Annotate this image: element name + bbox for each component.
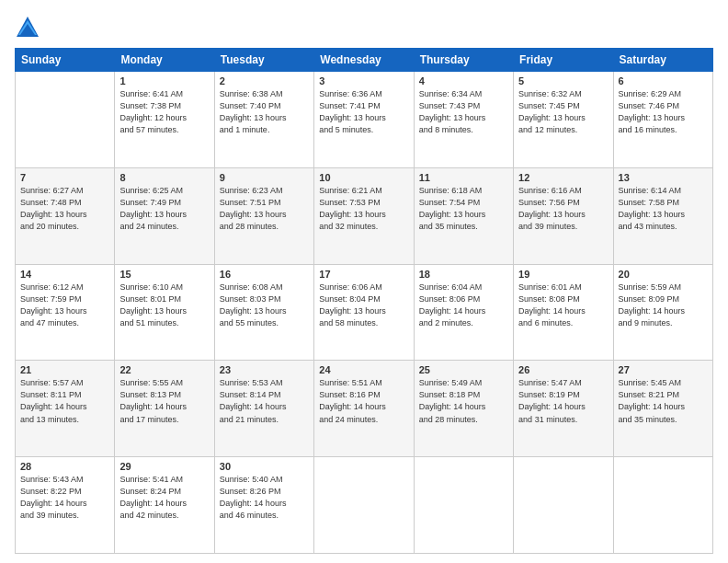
header-day-saturday: Saturday	[613, 49, 712, 72]
week-row-3: 21Sunrise: 5:57 AM Sunset: 8:11 PM Dayli…	[16, 361, 713, 457]
day-info: Sunrise: 6:06 AM Sunset: 8:04 PM Dayligh…	[319, 282, 408, 329]
calendar-cell: 13Sunrise: 6:14 AM Sunset: 7:58 PM Dayli…	[613, 167, 712, 264]
calendar-cell: 1Sunrise: 6:41 AM Sunset: 7:38 PM Daylig…	[115, 72, 214, 168]
calendar-cell	[613, 457, 712, 554]
day-number: 11	[419, 172, 508, 183]
calendar-cell: 25Sunrise: 5:49 AM Sunset: 8:18 PM Dayli…	[414, 361, 513, 457]
calendar-cell: 3Sunrise: 6:36 AM Sunset: 7:41 PM Daylig…	[314, 72, 414, 168]
logo	[15, 15, 42, 40]
day-info: Sunrise: 5:41 AM Sunset: 8:24 PM Dayligh…	[119, 474, 209, 522]
day-number: 3	[319, 75, 408, 86]
calendar-cell: 17Sunrise: 6:06 AM Sunset: 8:04 PM Dayli…	[314, 264, 414, 361]
day-number: 10	[319, 172, 408, 183]
calendar-cell	[414, 457, 513, 554]
day-number: 22	[119, 364, 209, 375]
day-number: 9	[220, 172, 309, 183]
header-day-thursday: Thursday	[414, 49, 513, 72]
day-number: 14	[20, 269, 109, 280]
day-number: 25	[419, 364, 508, 375]
calendar-cell: 28Sunrise: 5:43 AM Sunset: 8:22 PM Dayli…	[16, 457, 115, 554]
day-info: Sunrise: 5:43 AM Sunset: 8:22 PM Dayligh…	[20, 474, 109, 522]
day-info: Sunrise: 6:23 AM Sunset: 7:51 PM Dayligh…	[220, 185, 309, 233]
day-number: 18	[419, 269, 508, 280]
day-number: 15	[119, 269, 209, 280]
day-number: 27	[619, 364, 708, 375]
calendar-cell: 12Sunrise: 6:16 AM Sunset: 7:56 PM Dayli…	[514, 167, 613, 264]
day-info: Sunrise: 5:40 AM Sunset: 8:26 PM Dayligh…	[220, 474, 309, 522]
week-row-1: 7Sunrise: 6:27 AM Sunset: 7:48 PM Daylig…	[16, 167, 713, 264]
day-info: Sunrise: 5:53 AM Sunset: 8:14 PM Dayligh…	[220, 377, 309, 425]
day-number: 24	[319, 364, 408, 375]
day-info: Sunrise: 6:32 AM Sunset: 7:45 PM Dayligh…	[518, 88, 608, 136]
calendar-cell: 29Sunrise: 5:41 AM Sunset: 8:24 PM Dayli…	[115, 457, 214, 554]
calendar-cell: 14Sunrise: 6:12 AM Sunset: 7:59 PM Dayli…	[16, 264, 115, 361]
calendar-cell: 23Sunrise: 5:53 AM Sunset: 8:14 PM Dayli…	[214, 361, 313, 457]
calendar-cell: 6Sunrise: 6:29 AM Sunset: 7:46 PM Daylig…	[613, 72, 712, 168]
calendar-cell: 27Sunrise: 5:45 AM Sunset: 8:21 PM Dayli…	[613, 361, 712, 457]
calendar-cell: 9Sunrise: 6:23 AM Sunset: 7:51 PM Daylig…	[214, 167, 313, 264]
calendar-cell: 8Sunrise: 6:25 AM Sunset: 7:49 PM Daylig…	[115, 167, 214, 264]
calendar-cell: 21Sunrise: 5:57 AM Sunset: 8:11 PM Dayli…	[16, 361, 115, 457]
day-info: Sunrise: 5:55 AM Sunset: 8:13 PM Dayligh…	[119, 377, 209, 425]
header-day-monday: Monday	[115, 49, 214, 72]
day-info: Sunrise: 6:21 AM Sunset: 7:53 PM Dayligh…	[319, 185, 408, 233]
day-number: 30	[220, 461, 309, 472]
calendar-cell: 2Sunrise: 6:38 AM Sunset: 7:40 PM Daylig…	[214, 72, 313, 168]
day-info: Sunrise: 6:08 AM Sunset: 8:03 PM Dayligh…	[220, 282, 309, 329]
day-number: 8	[119, 172, 209, 183]
day-number: 12	[518, 172, 608, 183]
day-info: Sunrise: 6:14 AM Sunset: 7:58 PM Dayligh…	[619, 185, 708, 233]
day-number: 16	[220, 269, 309, 280]
day-info: Sunrise: 6:29 AM Sunset: 7:46 PM Dayligh…	[619, 88, 708, 136]
day-number: 1	[119, 75, 209, 86]
header-day-wednesday: Wednesday	[314, 49, 414, 72]
day-info: Sunrise: 6:16 AM Sunset: 7:56 PM Dayligh…	[518, 185, 608, 233]
page: SundayMondayTuesdayWednesdayThursdayFrid…	[0, 0, 728, 563]
header-day-tuesday: Tuesday	[214, 49, 313, 72]
header-day-sunday: Sunday	[16, 49, 115, 72]
calendar-cell: 20Sunrise: 5:59 AM Sunset: 8:09 PM Dayli…	[613, 264, 712, 361]
day-info: Sunrise: 5:57 AM Sunset: 8:11 PM Dayligh…	[20, 377, 109, 425]
calendar-body: 1Sunrise: 6:41 AM Sunset: 7:38 PM Daylig…	[16, 72, 713, 554]
day-info: Sunrise: 6:10 AM Sunset: 8:01 PM Dayligh…	[119, 282, 209, 329]
day-number: 19	[518, 269, 608, 280]
day-number: 5	[518, 75, 608, 86]
calendar-cell: 18Sunrise: 6:04 AM Sunset: 8:06 PM Dayli…	[414, 264, 513, 361]
week-row-0: 1Sunrise: 6:41 AM Sunset: 7:38 PM Daylig…	[16, 72, 713, 168]
calendar-table: SundayMondayTuesdayWednesdayThursdayFrid…	[15, 48, 713, 554]
day-number: 7	[20, 172, 109, 183]
day-info: Sunrise: 6:36 AM Sunset: 7:41 PM Dayligh…	[319, 88, 408, 136]
week-row-2: 14Sunrise: 6:12 AM Sunset: 7:59 PM Dayli…	[16, 264, 713, 361]
calendar-cell: 24Sunrise: 5:51 AM Sunset: 8:16 PM Dayli…	[314, 361, 414, 457]
day-info: Sunrise: 5:49 AM Sunset: 8:18 PM Dayligh…	[419, 377, 508, 425]
day-number: 17	[319, 269, 408, 280]
calendar-cell: 22Sunrise: 5:55 AM Sunset: 8:13 PM Dayli…	[115, 361, 214, 457]
day-info: Sunrise: 6:01 AM Sunset: 8:08 PM Dayligh…	[518, 282, 608, 329]
day-number: 28	[20, 461, 109, 472]
calendar-cell: 15Sunrise: 6:10 AM Sunset: 8:01 PM Dayli…	[115, 264, 214, 361]
day-info: Sunrise: 5:45 AM Sunset: 8:21 PM Dayligh…	[619, 377, 708, 425]
calendar-cell: 5Sunrise: 6:32 AM Sunset: 7:45 PM Daylig…	[514, 72, 613, 168]
week-row-4: 28Sunrise: 5:43 AM Sunset: 8:22 PM Dayli…	[16, 457, 713, 554]
calendar-cell	[514, 457, 613, 554]
header-row: SundayMondayTuesdayWednesdayThursdayFrid…	[16, 49, 713, 72]
calendar-cell: 4Sunrise: 6:34 AM Sunset: 7:43 PM Daylig…	[414, 72, 513, 168]
day-info: Sunrise: 6:04 AM Sunset: 8:06 PM Dayligh…	[419, 282, 508, 329]
day-info: Sunrise: 6:12 AM Sunset: 7:59 PM Dayligh…	[20, 282, 109, 329]
calendar-cell: 26Sunrise: 5:47 AM Sunset: 8:19 PM Dayli…	[514, 361, 613, 457]
day-number: 29	[119, 461, 209, 472]
table-header: SundayMondayTuesdayWednesdayThursdayFrid…	[16, 49, 713, 72]
day-number: 26	[518, 364, 608, 375]
header-day-friday: Friday	[514, 49, 613, 72]
day-info: Sunrise: 6:25 AM Sunset: 7:49 PM Dayligh…	[119, 185, 209, 233]
day-number: 21	[20, 364, 109, 375]
calendar-cell	[16, 72, 115, 168]
calendar-cell: 16Sunrise: 6:08 AM Sunset: 8:03 PM Dayli…	[214, 264, 313, 361]
day-number: 4	[419, 75, 508, 86]
calendar-cell	[314, 457, 414, 554]
day-info: Sunrise: 6:38 AM Sunset: 7:40 PM Dayligh…	[220, 88, 309, 136]
day-info: Sunrise: 5:51 AM Sunset: 8:16 PM Dayligh…	[319, 377, 408, 425]
day-number: 2	[220, 75, 309, 86]
day-number: 23	[220, 364, 309, 375]
day-number: 6	[619, 75, 708, 86]
